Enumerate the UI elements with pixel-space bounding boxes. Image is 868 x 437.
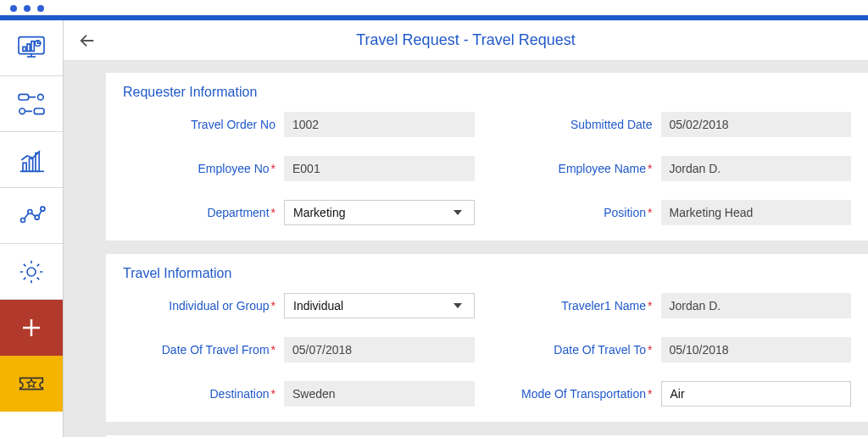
date-to-input[interactable]: 05/10/2018 [661,337,852,362]
svg-point-7 [38,94,44,100]
svg-rect-10 [30,158,33,171]
mode-of-transport-input[interactable]: Air [661,381,852,407]
form-scroll-area[interactable]: Requester Information Travel Order No 10… [64,61,868,437]
field-label: Destination* [131,387,284,401]
field-date-from: Date Of Travel From* 05/07/2018 [131,337,475,362]
field-department: Department* Marketing [131,200,475,225]
window-controls [0,0,868,15]
svg-rect-2 [27,44,30,51]
sidebar-item-tickets[interactable] [0,356,63,412]
svg-rect-1 [23,47,25,51]
svg-rect-5 [19,94,29,100]
svg-point-8 [19,108,25,114]
travel-order-no-input[interactable]: 1002 [284,112,475,137]
field-employee-name: Employee Name* Jordan D. [509,156,852,181]
traveler1-name-input[interactable]: Jordan D. [661,293,852,318]
gear-icon [14,255,48,289]
sidebar-item-settings[interactable] [0,244,63,300]
field-label: Employee Name* [509,162,661,175]
window-dot [10,5,17,12]
window-dot [37,5,44,12]
field-label: Date Of Travel To* [509,343,661,357]
sidebar-item-reports[interactable] [0,132,63,188]
field-destination: Destination* Sweden [131,381,475,407]
sidebar-item-dashboard[interactable] [0,20,63,76]
analytics-icon [14,199,48,233]
field-individual-or-group: Individual or Group* Individual [131,293,475,318]
field-label: Submitted Date [509,118,661,131]
svg-rect-9 [23,163,26,171]
sidebar-item-analytics[interactable] [0,188,63,244]
date-from-input[interactable]: 05/07/2018 [284,337,475,362]
window-dot [24,5,31,12]
field-label: Traveler1 Name* [509,299,661,313]
destination-input[interactable]: Sweden [284,381,475,407]
field-label: Travel Order No [131,118,284,131]
field-label: Department* [131,206,284,219]
svg-rect-6 [34,108,44,114]
dashboard-monitor-icon [14,31,48,65]
field-employee-no: Employee No* E001 [131,156,475,181]
field-traveler1-name: Traveler1 Name* Jordan D. [509,293,852,318]
bar-chart-icon [14,143,48,177]
page-header: Travel Request - Travel Request [64,20,868,61]
position-input[interactable]: Marketing Head [661,200,852,225]
ticket-icon [14,367,48,401]
panel-requester-info: Requester Information Travel Order No 10… [106,73,868,241]
employee-no-input[interactable]: E001 [284,156,475,181]
employee-name-input[interactable]: Jordan D. [661,156,852,181]
field-mode-of-transport: Mode Of Transportation* Air [509,381,852,407]
submitted-date-input[interactable]: 05/02/2018 [661,112,852,137]
field-submitted-date: Submitted Date 05/02/2018 [509,112,852,137]
main-content: Travel Request - Travel Request Requeste… [64,20,868,437]
panel-travel-info: Travel Information Individual or Group* … [106,254,868,422]
panel-title: Travel Information [123,263,851,281]
workflow-icon [14,87,48,121]
panel-title: Requester Information [123,81,851,100]
sidebar-item-workflow[interactable] [0,76,63,132]
plus-icon [14,311,48,345]
page-title: Travel Request - Travel Request [64,31,868,49]
department-select[interactable]: Marketing [284,200,475,225]
field-label: Employee No* [131,162,284,175]
field-label: Position* [509,206,661,219]
field-travel-order-no: Travel Order No 1002 [131,112,475,137]
svg-point-16 [27,268,36,276]
field-label: Date Of Travel From* [131,343,284,357]
field-label: Mode Of Transportation* [509,387,661,401]
arrow-left-icon [78,31,97,50]
sidebar [0,20,64,437]
svg-rect-3 [31,41,34,51]
back-button[interactable] [75,29,99,53]
sidebar-item-add[interactable] [0,300,63,356]
field-date-to: Date Of Travel To* 05/10/2018 [509,337,852,362]
field-label: Individual or Group* [131,299,284,313]
svg-rect-11 [36,152,39,171]
field-position: Position* Marketing Head [509,200,852,225]
individual-or-group-select[interactable]: Individual [284,293,475,318]
